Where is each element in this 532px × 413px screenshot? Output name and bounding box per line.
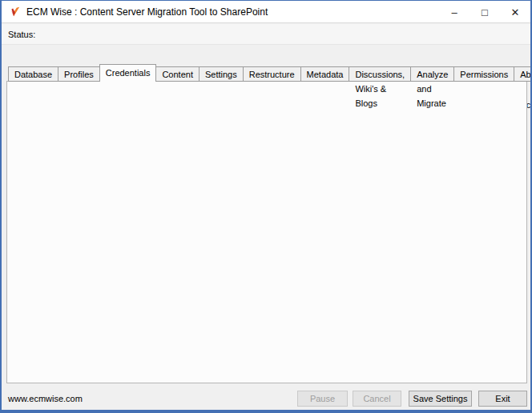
window-title: ECM Wise : Content Server Migration Tool…	[26, 6, 268, 18]
tab-analyze-and-migrate[interactable]: Analyze and Migrate	[411, 66, 454, 82]
app-logo-icon	[7, 6, 22, 18]
save-settings-button[interactable]: Save Settings	[409, 391, 472, 407]
tab-strip: Database Profiles Credentials Content Se…	[8, 64, 532, 82]
app-window: ECM Wise : Content Server Migration Tool…	[0, 0, 532, 413]
status-label: Status:	[8, 30, 35, 39]
tab-restructure[interactable]: Restructure	[244, 66, 301, 82]
title-bar: ECM Wise : Content Server Migration Tool…	[2, 1, 530, 23]
tab-permissions[interactable]: Permissions	[454, 66, 514, 82]
window-controls: – □ ✕	[439, 1, 530, 23]
tab-settings[interactable]: Settings	[200, 66, 244, 82]
close-button[interactable]: ✕	[500, 1, 530, 23]
tab-content[interactable]: Content	[156, 66, 200, 82]
status-bar: Status:	[2, 24, 530, 45]
website-link[interactable]: www.ecmwise.com	[8, 394, 83, 403]
minimize-button[interactable]: –	[439, 1, 470, 23]
tab-discussions-wikis-blogs[interactable]: Discussions, Wiki's & Blogs	[349, 66, 411, 82]
tab-credentials[interactable]: Credentials	[99, 64, 157, 82]
exit-button[interactable]: Exit	[478, 391, 527, 407]
maximize-button[interactable]: □	[470, 1, 500, 23]
credentials-tab-panel	[6, 81, 527, 383]
tab-database[interactable]: Database	[8, 66, 58, 82]
tab-metadata[interactable]: Metadata	[301, 66, 350, 82]
tab-about[interactable]: About	[514, 66, 532, 82]
cancel-button: Cancel	[353, 391, 401, 407]
tab-profiles[interactable]: Profiles	[58, 66, 100, 82]
pause-button: Pause	[297, 391, 348, 407]
